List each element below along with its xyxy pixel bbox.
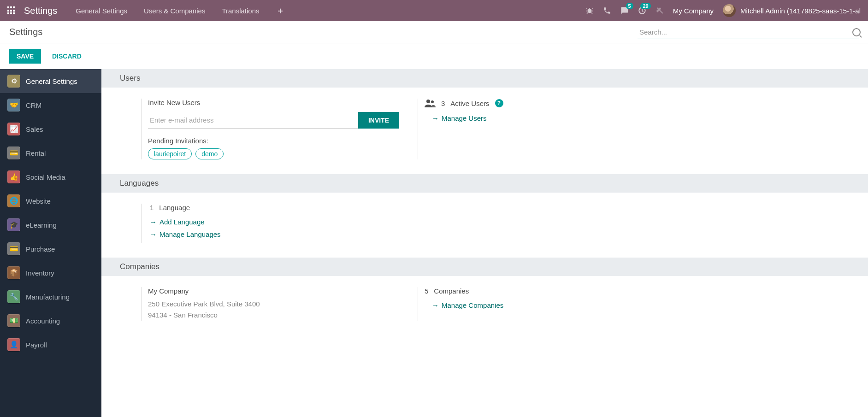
- messages-icon[interactable]: 5: [620, 6, 629, 15]
- sidebar-item-label: Sales: [26, 125, 43, 133]
- sidebar-item-accounting[interactable]: 💵Accounting: [0, 309, 101, 333]
- manage-companies-link[interactable]: → Manage Companies: [432, 301, 676, 309]
- users-icon: [425, 99, 436, 108]
- sidebar-item-label: Purchase: [26, 245, 55, 253]
- apps-icon[interactable]: [7, 6, 16, 15]
- manage-users-link[interactable]: → Manage Users: [432, 114, 676, 122]
- app-icon: 👤: [7, 338, 20, 351]
- invite-label: Invite New Users: [148, 99, 399, 106]
- phone-icon[interactable]: [603, 6, 611, 15]
- company-address-2: 94134 - San Francisco: [148, 310, 399, 321]
- action-bar: SAVE DISCARD: [0, 43, 868, 69]
- companies-count-label: Companies: [434, 287, 469, 295]
- search-input[interactable]: [638, 25, 859, 39]
- sidebar-item-purchase[interactable]: 💳Purchase: [0, 237, 101, 261]
- section-header-languages: Languages: [101, 174, 868, 193]
- save-button[interactable]: SAVE: [9, 49, 41, 64]
- pending-tags: lauriepoiret demo: [148, 148, 399, 159]
- sidebar-item-label: Payroll: [26, 341, 47, 349]
- svg-point-2: [426, 100, 430, 103]
- sidebar-item-general-settings[interactable]: ⚙General Settings: [0, 69, 101, 93]
- page-title: Settings: [9, 27, 42, 37]
- sidebar-item-inventory[interactable]: 📦Inventory: [0, 261, 101, 285]
- sidebar-item-sales[interactable]: 📈Sales: [0, 117, 101, 141]
- language-count-label: Language: [159, 204, 190, 211]
- sidebar-item-label: Website: [26, 197, 51, 205]
- svg-point-0: [587, 9, 591, 13]
- company-name: My Company: [148, 287, 399, 295]
- pending-tag[interactable]: lauriepoiret: [148, 148, 192, 159]
- tools-icon[interactable]: [655, 6, 664, 15]
- language-count: 1: [150, 204, 154, 211]
- arrow-icon: →: [432, 301, 439, 309]
- pending-tag[interactable]: demo: [195, 148, 224, 159]
- sidebar-item-label: CRM: [26, 101, 41, 109]
- sidebar-item-label: eLearning: [26, 221, 57, 229]
- app-title[interactable]: Settings: [24, 6, 57, 16]
- sidebar-item-elearning[interactable]: 🎓eLearning: [0, 213, 101, 237]
- company-address-1: 250 Executive Park Blvd, Suite 3400: [148, 299, 399, 310]
- top-nav: Settings General Settings Users & Compan…: [0, 0, 868, 21]
- app-icon: 📦: [7, 266, 20, 279]
- app-icon: 💳: [7, 147, 20, 159]
- sidebar-item-label: Manufacturing: [26, 293, 70, 301]
- help-icon[interactable]: ?: [495, 99, 503, 107]
- main-layout: ⚙General Settings🤝CRM📈Sales💳Rental👍Socia…: [0, 69, 868, 417]
- app-icon: 💳: [7, 242, 20, 255]
- add-language-link[interactable]: → Add Language: [150, 218, 399, 226]
- app-icon: 🔧: [7, 290, 20, 303]
- sidebar-item-label: Inventory: [26, 269, 54, 277]
- section-header-users: Users: [101, 69, 868, 88]
- invite-button[interactable]: INVITE: [358, 112, 399, 129]
- section-body-companies: My Company 250 Executive Park Blvd, Suit…: [101, 276, 868, 335]
- app-icon: 📈: [7, 123, 20, 135]
- section-body-languages: 1 Language → Add Language → Manage Langu…: [101, 193, 868, 258]
- arrow-icon: →: [432, 114, 439, 122]
- sidebar-item-label: General Settings: [26, 77, 77, 85]
- settings-sidebar: ⚙General Settings🤝CRM📈Sales💳Rental👍Socia…: [0, 69, 101, 417]
- breadcrumb-bar: Settings: [0, 21, 868, 43]
- invite-email-input[interactable]: [148, 112, 358, 129]
- company-switcher[interactable]: My Company: [673, 7, 714, 15]
- sidebar-item-label: Social Media: [26, 173, 65, 181]
- active-users-label: Active Users: [450, 100, 489, 107]
- activities-icon[interactable]: 29: [638, 6, 646, 15]
- app-icon: 👍: [7, 170, 20, 183]
- sidebar-item-label: Rental: [26, 149, 46, 157]
- search-icon[interactable]: [852, 28, 861, 36]
- search-wrap: [638, 25, 859, 39]
- companies-count: 5: [425, 287, 428, 295]
- activities-badge: 29: [640, 3, 650, 9]
- pending-label: Pending Invitations:: [148, 137, 399, 145]
- app-icon: ⚙: [7, 75, 20, 88]
- sidebar-item-manufacturing[interactable]: 🔧Manufacturing: [0, 285, 101, 309]
- user-menu[interactable]: Mitchell Admin (14179825-saas-15-1-al: [723, 4, 861, 17]
- section-body-users: Invite New Users INVITE Pending Invitati…: [101, 88, 868, 174]
- user-name: Mitchell Admin (14179825-saas-15-1-al: [740, 7, 861, 15]
- app-icon: 🤝: [7, 99, 20, 112]
- topnav-right: 5 29 My Company Mitchell Admin (14179825…: [585, 4, 861, 17]
- discard-button[interactable]: DISCARD: [52, 53, 82, 60]
- menu-users-companies[interactable]: Users & Companies: [144, 7, 205, 15]
- sidebar-item-label: Accounting: [26, 317, 60, 325]
- manage-languages-link[interactable]: → Manage Languages: [150, 230, 399, 238]
- sidebar-item-rental[interactable]: 💳Rental: [0, 141, 101, 165]
- app-icon: 🎓: [7, 218, 20, 231]
- sidebar-item-payroll[interactable]: 👤Payroll: [0, 333, 101, 357]
- sidebar-item-social-media[interactable]: 👍Social Media: [0, 165, 101, 189]
- section-header-companies: Companies: [101, 258, 868, 276]
- active-users-count: 3: [441, 100, 445, 107]
- sidebar-item-crm[interactable]: 🤝CRM: [0, 93, 101, 117]
- menu-translations[interactable]: Translations: [222, 7, 259, 15]
- bug-icon[interactable]: [585, 6, 594, 15]
- menu-general-settings[interactable]: General Settings: [76, 7, 127, 15]
- avatar: [723, 4, 736, 17]
- settings-content: Users Invite New Users INVITE Pending In…: [101, 69, 868, 417]
- app-icon: 💵: [7, 314, 20, 327]
- svg-point-3: [431, 100, 434, 103]
- arrow-icon: →: [150, 218, 157, 226]
- topnav-menu: General Settings Users & Companies Trans…: [76, 7, 259, 15]
- plus-icon[interactable]: ＋: [276, 5, 284, 16]
- arrow-icon: →: [150, 230, 157, 238]
- sidebar-item-website[interactable]: 🌐Website: [0, 189, 101, 213]
